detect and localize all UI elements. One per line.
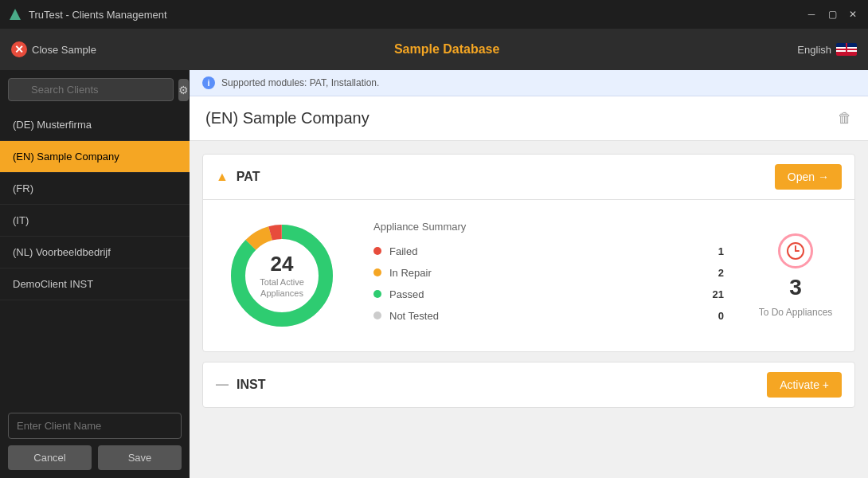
sidebar-actions: Cancel Save	[8, 445, 182, 470]
flag-icon	[836, 43, 857, 56]
delete-icon[interactable]: 🗑	[838, 110, 852, 127]
summary-row-nottested: Not Tested 0	[373, 310, 724, 322]
todo-clock-icon	[778, 233, 813, 268]
todo-count: 3	[789, 275, 802, 300]
search-area: ⌕ ⚙	[0, 70, 190, 109]
nottested-count: 0	[700, 310, 724, 322]
filter-button[interactable]: ⚙	[178, 79, 189, 101]
passed-count: 21	[700, 288, 724, 300]
nottested-dot	[373, 311, 381, 319]
sidebar-bottom: Cancel Save	[0, 405, 190, 478]
failed-dot	[373, 247, 381, 255]
info-icon: i	[202, 76, 215, 89]
sidebar-item-demo[interactable]: DemoClient INST	[0, 268, 190, 300]
sidebar-item-it[interactable]: (IT)	[0, 205, 190, 237]
pat-donut-chart: 24 Total ActiveAppliances	[222, 216, 342, 335]
titlebar: TruTest - Clients Management ─ ▢ ✕	[0, 0, 868, 29]
passed-dot	[373, 290, 381, 298]
summary-row-passed: Passed 21	[373, 288, 724, 300]
nottested-label: Not Tested	[389, 310, 692, 322]
failed-count: 1	[700, 245, 724, 257]
todo-area: 3 To Do Appliances	[756, 233, 835, 318]
info-text: Supported modules: PAT, Installation.	[221, 77, 379, 88]
window-controls: ─ ▢ ✕	[804, 7, 860, 22]
pat-collapse-icon[interactable]: ▲	[216, 170, 229, 184]
inst-collapse-icon[interactable]: —	[216, 378, 229, 392]
pat-open-button[interactable]: Open →	[775, 164, 842, 190]
client-list: (DE) Musterfirma (EN) Sample Company (FR…	[0, 109, 190, 405]
sidebar-item-nl[interactable]: (NL) Voorbeeldbedrijf	[0, 237, 190, 268]
inst-title-area: — INST	[216, 378, 265, 392]
toolbar: ✕ Close Sample Sample Database English	[0, 29, 868, 70]
donut-label: Total ActiveAppliances	[260, 276, 304, 300]
company-title: (EN) Sample Company	[205, 109, 369, 127]
close-sample-label: Close Sample	[32, 44, 96, 56]
pat-title: PAT	[237, 170, 260, 184]
company-header: (EN) Sample Company 🗑	[190, 96, 868, 141]
sidebar-item-de[interactable]: (DE) Musterfirma	[0, 109, 190, 141]
app-title: TruTest - Clients Management	[29, 9, 167, 21]
sidebar-item-en[interactable]: (EN) Sample Company	[0, 141, 190, 173]
client-name-input[interactable]	[8, 413, 182, 439]
appliance-summary: Appliance Summary Failed 1 In Repair 2	[373, 221, 724, 331]
info-bar: i Supported modules: PAT, Installation.	[190, 70, 868, 96]
toolbar-language: English	[797, 43, 857, 56]
app-icon	[8, 7, 22, 22]
passed-label: Passed	[389, 288, 692, 300]
inst-module-header: — INST Activate +	[203, 362, 854, 407]
maximize-button[interactable]: ▢	[825, 7, 839, 22]
repair-dot	[373, 268, 381, 276]
donut-total: 24	[260, 252, 304, 276]
close-button[interactable]: ✕	[846, 7, 860, 22]
content-area: i Supported modules: PAT, Installation. …	[190, 70, 868, 478]
donut-center: 24 Total ActiveAppliances	[260, 252, 304, 300]
pat-module: ▲ PAT Open →	[202, 154, 855, 352]
cancel-button[interactable]: Cancel	[8, 445, 92, 470]
summary-row-repair: In Repair 2	[373, 267, 724, 279]
repair-count: 2	[700, 267, 724, 279]
sidebar-item-fr[interactable]: (FR)	[0, 173, 190, 205]
todo-label: To Do Appliances	[759, 307, 833, 318]
close-sample-icon: ✕	[11, 41, 27, 57]
pat-module-header: ▲ PAT Open →	[203, 155, 854, 200]
modules-area: ▲ PAT Open →	[190, 141, 868, 421]
inst-module: — INST Activate +	[202, 362, 855, 408]
pat-title-area: ▲ PAT	[216, 170, 260, 184]
search-wrapper: ⌕	[8, 78, 174, 101]
repair-label: In Repair	[389, 267, 692, 279]
body-area: ⌕ ⚙ (DE) Musterfirma (EN) Sample Company…	[0, 70, 868, 478]
failed-label: Failed	[389, 245, 692, 257]
minimize-button[interactable]: ─	[804, 7, 819, 22]
close-sample-button[interactable]: ✕ Close Sample	[11, 41, 96, 57]
inst-activate-button[interactable]: Activate +	[767, 372, 842, 398]
summary-title: Appliance Summary	[373, 221, 724, 233]
pat-module-body: 24 Total ActiveAppliances Appliance Summ…	[203, 200, 854, 351]
language-label: English	[797, 44, 831, 56]
sidebar: ⌕ ⚙ (DE) Musterfirma (EN) Sample Company…	[0, 70, 190, 478]
svg-marker-0	[10, 9, 21, 20]
main-container: ✕ Close Sample Sample Database English ⌕…	[0, 29, 868, 478]
search-input[interactable]	[8, 78, 174, 101]
inst-title: INST	[237, 378, 265, 392]
save-button[interactable]: Save	[98, 445, 182, 470]
summary-row-failed: Failed 1	[373, 245, 724, 257]
toolbar-title: Sample Database	[106, 42, 788, 57]
